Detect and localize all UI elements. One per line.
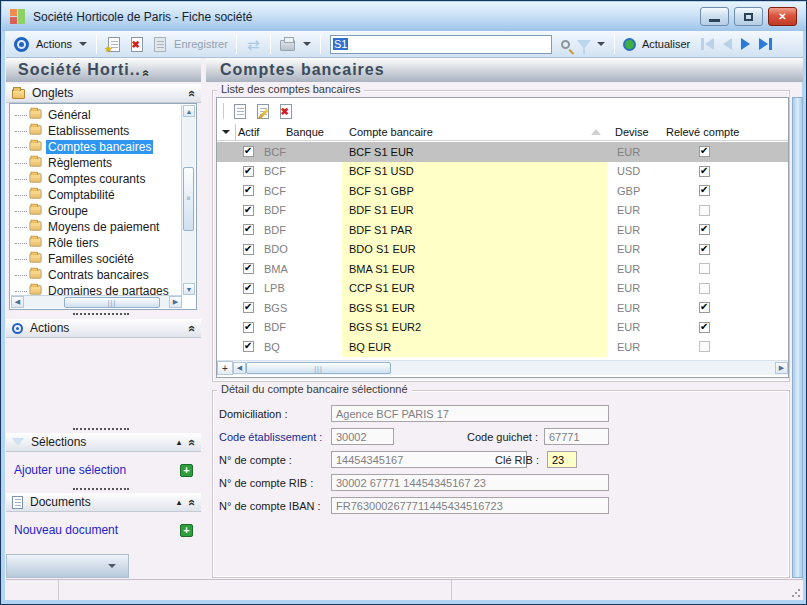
sidebar-item-familles-soci-t-[interactable]: Familles société [11, 251, 182, 267]
actif-checkbox[interactable] [243, 283, 254, 294]
print-dropdown-icon[interactable] [303, 42, 311, 46]
filter-icon[interactable] [577, 40, 591, 49]
releve-compte-checkbox[interactable] [699, 166, 710, 177]
scroll-down-icon[interactable]: ▼ [183, 283, 195, 295]
cle-rib-field[interactable]: 23 [547, 451, 577, 468]
save-button[interactable]: Enregistrer [174, 38, 228, 50]
sidebar-item-comptes-courants[interactable]: Comptes courants [11, 171, 182, 187]
tree-vertical-scrollbar[interactable]: ▲ ≡ ▼ [181, 105, 195, 295]
nav-first-button[interactable] [701, 38, 714, 50]
grid-filter-dropdown-icon[interactable] [217, 124, 235, 140]
actions-collapse-icon[interactable]: « [185, 325, 199, 331]
delete-record-button[interactable]: ✖ [128, 36, 145, 53]
filter-dropdown-icon[interactable] [597, 42, 605, 46]
table-row[interactable]: BQBQ EUREUR [217, 337, 788, 357]
sidebar-splitter[interactable] [1, 428, 201, 432]
grid-horizontal-scrollbar[interactable]: + ◀ ||| ▶ [217, 360, 788, 375]
releve-compte-checkbox[interactable] [699, 322, 710, 333]
grid-edit-button[interactable] [254, 103, 271, 120]
column-header-releve[interactable]: Relevé compte [662, 124, 747, 140]
actualiser-button[interactable]: Actualiser [642, 38, 690, 50]
actif-checkbox[interactable] [243, 322, 254, 333]
releve-compte-checkbox[interactable] [699, 146, 710, 157]
actif-checkbox[interactable] [243, 224, 254, 235]
table-row[interactable]: BDOBDO S1 EUREUR [217, 240, 788, 260]
actif-checkbox[interactable] [243, 244, 254, 255]
actif-checkbox[interactable] [243, 205, 254, 216]
code-etablissement-field[interactable]: 30002 [331, 428, 394, 445]
sidebar-item-r-le-tiers[interactable]: Rôle tiers [11, 235, 182, 251]
releve-compte-checkbox[interactable] [699, 341, 710, 352]
documents-collapse-triangle-icon[interactable]: ▴ [177, 497, 182, 507]
nav-next-button[interactable] [741, 38, 750, 50]
releve-compte-checkbox[interactable] [699, 244, 710, 255]
new-record-button[interactable]: ★ [105, 36, 122, 53]
refresh-icon[interactable]: ⇄ [245, 36, 262, 53]
releve-compte-checkbox[interactable] [699, 224, 710, 235]
actif-checkbox[interactable] [243, 263, 254, 274]
column-header-compte[interactable]: Compte bancaire [342, 124, 607, 140]
sidebar-item-g-n-ral[interactable]: Général [11, 107, 182, 123]
panel-onglets-header[interactable]: Onglets « [6, 84, 201, 103]
print-button[interactable] [279, 36, 296, 53]
table-row[interactable]: BCFBCF S1 USDUSD [217, 162, 788, 182]
documents-collapse-icon[interactable]: « [185, 499, 199, 505]
scroll-up-icon[interactable]: ▲ [183, 105, 195, 117]
sidebar-item-domaines-de-partages[interactable]: Domaines de partages [11, 283, 182, 295]
table-row[interactable]: BDFBDF S1 PAREUR [217, 220, 788, 240]
table-row[interactable]: BGSBGS S1 EUREUR [217, 298, 788, 318]
tree-vscroll-thumb[interactable]: ≡ [183, 167, 194, 231]
panel-actions-header[interactable]: Actions « [6, 319, 201, 338]
sidebar-item-groupe[interactable]: Groupe [11, 203, 182, 219]
scroll-right-icon[interactable]: ▶ [169, 296, 182, 308]
maximize-button[interactable] [734, 7, 763, 26]
scroll-right-icon[interactable]: ▶ [775, 362, 788, 374]
actions-dropdown-icon[interactable] [79, 42, 87, 46]
code-guichet-field[interactable]: 67771 [544, 428, 609, 445]
grid-new-button[interactable] [231, 103, 248, 120]
nav-previous-button[interactable] [723, 38, 732, 50]
main-vertical-scrollbar[interactable] [792, 97, 803, 578]
table-row[interactable]: BCFBCF S1 GBPGBP [217, 181, 788, 201]
selections-collapse-icon[interactable]: « [185, 439, 199, 445]
sidebar-item-comptabilit-[interactable]: Comptabilité [11, 187, 182, 203]
tree-hscroll-thumb[interactable]: ||| [64, 297, 160, 308]
actif-checkbox[interactable] [243, 341, 254, 352]
actif-checkbox[interactable] [243, 146, 254, 157]
releve-compte-checkbox[interactable] [699, 205, 710, 216]
sidebar-item-moyens-de-paiement[interactable]: Moyens de paiement [11, 219, 182, 235]
releve-compte-checkbox[interactable] [699, 302, 710, 313]
tree-horizontal-scrollbar[interactable]: ◀ ||| ▶ [11, 295, 182, 308]
chevron-down-icon[interactable] [108, 564, 116, 568]
table-row[interactable]: LPBCCP S1 EUREUR [217, 279, 788, 299]
add-selection-plus-icon[interactable]: + [180, 464, 193, 477]
scroll-left-icon[interactable]: ◀ [11, 296, 24, 308]
scroll-left-icon[interactable]: ◀ [233, 362, 246, 374]
selections-collapse-triangle-icon[interactable]: ▴ [177, 437, 182, 447]
search-icon[interactable] [561, 40, 570, 49]
grid-add-row-button[interactable]: + [217, 361, 233, 375]
nav-last-button[interactable] [759, 38, 772, 50]
releve-compte-checkbox[interactable] [699, 283, 710, 294]
grid-hscroll-thumb[interactable]: ||| [246, 362, 391, 374]
column-header-devise[interactable]: Devise [607, 124, 662, 140]
sidebar-item-r-glements[interactable]: Règlements [11, 155, 182, 171]
search-input[interactable]: S1 [330, 35, 552, 54]
table-row[interactable]: BCFBCF S1 EUREUR [217, 142, 788, 162]
column-header-banque[interactable]: Banque [262, 124, 342, 140]
sidebar-collapse-icon[interactable]: « [139, 70, 153, 77]
title-bar[interactable]: Société Horticole de Paris - Fiche socié… [2, 2, 807, 31]
releve-compte-checkbox[interactable] [699, 185, 710, 196]
resize-grip[interactable] [791, 588, 800, 597]
table-row[interactable]: BDFBDF S1 EUREUR [217, 201, 788, 221]
column-header-actif[interactable]: Actif [235, 124, 262, 140]
sidebar-item-contrats-bancaires[interactable]: Contrats bancaires [11, 267, 182, 283]
sidebar-item-comptes-bancaires[interactable]: Comptes bancaires [11, 139, 182, 155]
panel-documents-header[interactable]: Documents ▴ « [6, 493, 201, 512]
domiciliation-field[interactable]: Agence BCF PARIS 17 [331, 405, 609, 422]
close-button[interactable]: ✕ [768, 7, 797, 26]
sidebar-bottom-bar[interactable] [6, 554, 129, 578]
minimize-button[interactable] [700, 7, 729, 26]
actif-checkbox[interactable] [243, 185, 254, 196]
onglets-collapse-icon[interactable]: « [185, 90, 199, 96]
